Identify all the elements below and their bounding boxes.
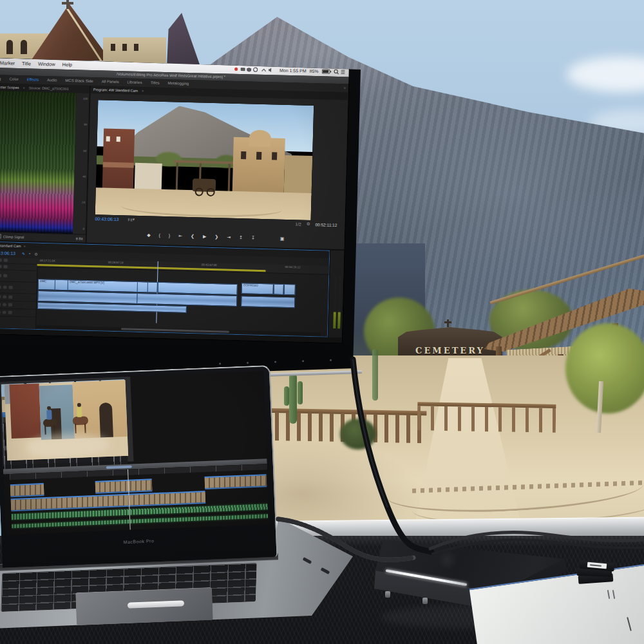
close-icon[interactable]: × bbox=[142, 89, 144, 93]
scale-label: 40 bbox=[75, 175, 86, 178]
toolbar-pill bbox=[106, 466, 132, 469]
tab-sequence[interactable]: 4W Standard Cam bbox=[0, 243, 21, 248]
laptop-viewer-panel bbox=[0, 377, 133, 467]
tab-program-monitor[interactable]: Program: 4W Standard Cam bbox=[93, 88, 138, 93]
audio-meter-right bbox=[337, 276, 341, 328]
laptop-video-clip[interactable] bbox=[205, 474, 267, 489]
program-current-timecode: 00:43:06:13 bbox=[95, 216, 118, 222]
shield-icon bbox=[247, 68, 251, 72]
audio-meter-panel bbox=[328, 250, 345, 337]
menu-bar-right-icons[interactable] bbox=[322, 68, 345, 75]
church-cross-icon bbox=[62, 2, 73, 5]
spotlight-icon bbox=[334, 70, 337, 73]
add-marker-button[interactable]: ◆ bbox=[147, 232, 151, 238]
close-icon[interactable]: × bbox=[24, 245, 26, 249]
program-settings-wrench-icon[interactable]: ⚙ bbox=[307, 222, 310, 227]
snap-toggle-icon[interactable]: ▪ bbox=[29, 252, 30, 256]
pen-tool-icon[interactable]: ✎ bbox=[22, 251, 25, 256]
tab-all-panels[interactable]: All Panels bbox=[102, 80, 119, 84]
video-porch-roof bbox=[103, 162, 134, 167]
bit-depth-select[interactable]: 8 Bit bbox=[76, 236, 83, 240]
photo-scene: CEMETERY Marker Title bbox=[0, 0, 644, 644]
building-window bbox=[134, 44, 138, 51]
track-header-a4[interactable] bbox=[0, 308, 36, 317]
tab-audio[interactable]: Audio bbox=[47, 79, 57, 82]
audio-clip[interactable] bbox=[241, 296, 295, 308]
timeline-clip[interactable] bbox=[284, 284, 296, 295]
sync-icon bbox=[254, 68, 258, 71]
timeline-settings-wrench-icon[interactable]: ⚙ bbox=[34, 252, 38, 256]
ruler-label: 00:43:57:00 bbox=[202, 263, 217, 267]
play-button[interactable]: ▶ bbox=[203, 234, 207, 239]
menu-help[interactable]: Help bbox=[62, 62, 73, 68]
status-icons[interactable] bbox=[234, 66, 276, 73]
scale-label: 60 bbox=[76, 149, 86, 152]
menu-bar-clock[interactable]: Mon 1:55 PM bbox=[279, 68, 307, 73]
gate-cross-icon bbox=[444, 321, 451, 323]
menu-list-icon bbox=[341, 70, 345, 73]
step-forward-button[interactable]: ❯ bbox=[214, 234, 218, 240]
tab-mcs-black-side[interactable]: MCS Black Side bbox=[65, 79, 93, 83]
menu-window[interactable]: Window bbox=[38, 61, 55, 68]
tab-color[interactable]: Color bbox=[9, 77, 18, 81]
video-window bbox=[106, 136, 110, 141]
building-window bbox=[111, 44, 115, 51]
drive-foot bbox=[422, 598, 428, 604]
timeline-row: 4W Standard Cam × 00:43:06:13 ✎ ▪ ⚙ bbox=[0, 240, 344, 338]
ruler-label: 00:54:26:12 bbox=[285, 265, 301, 269]
export-frame-button[interactable]: ▣ bbox=[280, 236, 285, 242]
timeline-tracks: DMC DMC_a7S0C0002.MP4 [V] GOPR0302 bbox=[35, 267, 328, 332]
tab-source-monitor[interactable]: Source: DMC_a7S0C001 bbox=[29, 86, 69, 91]
timeline-clip[interactable]: GOPR0302 bbox=[242, 283, 274, 294]
lvideo-rider-yellow bbox=[77, 407, 82, 417]
lvideo-rider-blue bbox=[46, 410, 52, 420]
mark-in-button[interactable]: { bbox=[158, 233, 160, 238]
tab-master-scopes[interactable]: Master Scopes bbox=[0, 85, 19, 90]
record-dot-icon bbox=[234, 68, 238, 71]
workspace-overflow-icon[interactable]: » bbox=[344, 86, 348, 90]
timeline-clip[interactable]: DMC bbox=[38, 279, 56, 290]
go-to-in-button[interactable]: ⇤ bbox=[178, 233, 182, 238]
scopes-panel: Master Scopes × Source: DMC_a7S0C001 100… bbox=[0, 83, 91, 243]
audio-meter-left bbox=[333, 276, 337, 328]
laptop-video-clip[interactable] bbox=[10, 483, 44, 497]
timeline-clip[interactable] bbox=[158, 281, 238, 294]
chevron-down-icon: ▾ bbox=[133, 217, 135, 222]
cactus-arm bbox=[284, 386, 289, 406]
lift-button[interactable]: ↥ bbox=[239, 235, 243, 240]
laptop-video-frame bbox=[5, 380, 129, 460]
video-awning-post bbox=[176, 162, 178, 191]
video-wagon-wheel bbox=[195, 187, 204, 196]
tab-metalogging[interactable]: Metalogging bbox=[167, 81, 189, 86]
scale-label: 100 bbox=[77, 97, 88, 100]
program-total-timecode: 00:52:11:12 bbox=[315, 222, 337, 227]
tab-editing[interactable]: Editing bbox=[0, 77, 1, 80]
track-header-v1[interactable] bbox=[0, 270, 37, 283]
cactus-arm bbox=[298, 381, 303, 404]
step-back-button[interactable]: ❮ bbox=[191, 234, 194, 239]
extract-button[interactable]: ↧ bbox=[251, 235, 255, 240]
scale-label: 20 bbox=[75, 201, 85, 204]
mark-out-button[interactable]: } bbox=[169, 234, 171, 238]
laptop-screen bbox=[0, 371, 270, 535]
tab-libraries[interactable]: Libraries bbox=[127, 80, 142, 85]
picket-fence-far bbox=[417, 399, 556, 438]
tab-titles[interactable]: Titles bbox=[150, 81, 159, 85]
clamp-signal-checkbox[interactable] bbox=[0, 234, 1, 238]
playback-resolution-select[interactable]: 1/2 bbox=[296, 222, 301, 226]
go-to-out-button[interactable]: ⇥ bbox=[227, 234, 231, 240]
timeline-clip[interactable] bbox=[147, 281, 158, 292]
timeline-clip[interactable]: DMC_a7S0C0002.MP4 [V] bbox=[68, 279, 138, 292]
monitor-screen: Marker Title Window Help Mon 1:55 PM bbox=[0, 58, 349, 343]
close-icon[interactable]: × bbox=[23, 86, 24, 90]
timeline-clip[interactable] bbox=[274, 283, 284, 294]
menu-title[interactable]: Title bbox=[22, 61, 31, 66]
church-window bbox=[21, 40, 27, 54]
lvideo-arch-door bbox=[99, 402, 113, 439]
track-header-a1[interactable] bbox=[0, 281, 37, 294]
timeline-body: 00:17:21:04 00:29:57:14 00:43:57:00 00:5… bbox=[0, 257, 329, 337]
menu-marker[interactable]: Marker bbox=[0, 60, 15, 66]
laptop-video-clip[interactable] bbox=[95, 478, 153, 494]
tab-effects[interactable]: Effects bbox=[27, 78, 39, 82]
camera-icon bbox=[241, 68, 245, 71]
